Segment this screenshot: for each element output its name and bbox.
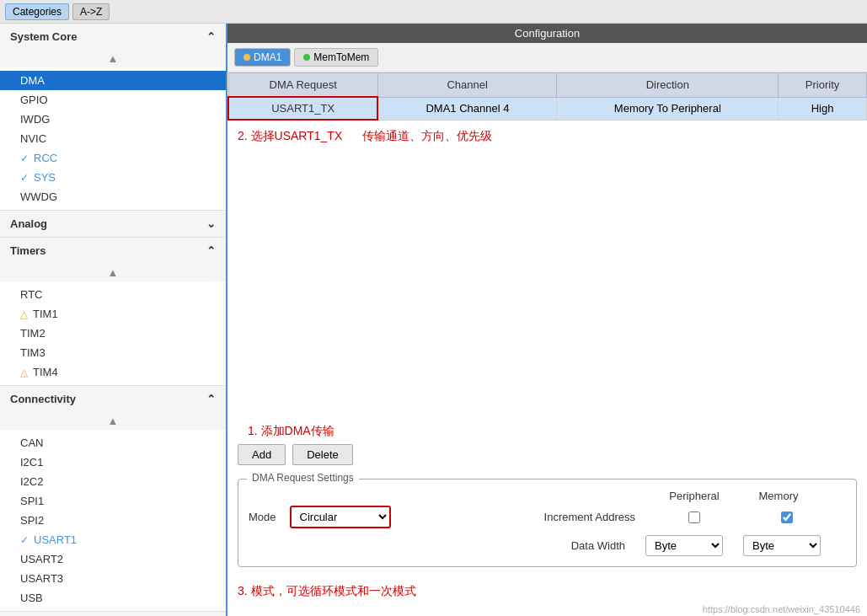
col-header-direction: Direction	[557, 73, 779, 98]
annotation1-text: 2. 选择USART1_TX	[227, 124, 352, 149]
timers-label: Timers	[10, 244, 45, 257]
peripheral-cb-cell	[652, 512, 736, 523]
rtc-label: RTC	[20, 288, 42, 301]
col-header-channel: Channel	[377, 73, 557, 98]
sidebar-item-usb[interactable]: USB	[0, 588, 226, 608]
sidebar-item-tim1[interactable]: △ TIM1	[0, 304, 226, 324]
timers-header[interactable]: Timers ⌃	[0, 238, 226, 264]
az-button[interactable]: A->Z	[72, 3, 110, 20]
timers-items: RTC △ TIM1 TIM2 TIM3 △ TIM4	[0, 281, 226, 385]
table-row[interactable]: USART1_TX DMA1 Channel 4 Memory To Perip…	[228, 97, 867, 120]
rcc-check-icon: ✓	[20, 153, 29, 164]
system-core-chevron-icon: ⌃	[206, 30, 216, 43]
tab-memtomem[interactable]: MemToMem	[294, 48, 378, 67]
usart3-label: USART3	[20, 572, 63, 585]
rcc-label: RCC	[34, 152, 57, 164]
sidebar-item-rcc[interactable]: ✓ RCC	[0, 148, 226, 168]
tim4-label: TIM4	[33, 366, 58, 378]
dma-settings-container: DMA Request Settings Peripheral Memory M…	[227, 479, 867, 581]
tim1-warn-icon: △	[20, 308, 28, 320]
system-core-items: DMA GPIO IWDG NVIC ✓ RCC ✓ SYS	[0, 67, 226, 210]
mode-inc-row: Mode Normal Circular Increment Address	[249, 506, 846, 528]
tim2-label: TIM2	[20, 327, 45, 340]
spi1-label: SPI1	[20, 495, 44, 507]
sidebar-item-usart1[interactable]: ✓ USART1	[0, 530, 226, 549]
cell-channel: DMA1 Channel 4	[377, 97, 557, 120]
sidebar-item-can[interactable]: CAN	[0, 433, 226, 453]
connectivity-scroll-up[interactable]: ▲	[0, 412, 226, 430]
system-core-header[interactable]: System Core ⌃	[0, 24, 226, 50]
memtomem-tab-label: MemToMem	[313, 51, 369, 63]
sidebar-item-nvic[interactable]: NVIC	[0, 129, 226, 148]
sidebar-item-wwdg[interactable]: WWDG	[0, 187, 226, 206]
memory-checkbox[interactable]	[781, 512, 793, 523]
connectivity-label: Connectivity	[10, 393, 76, 405]
sidebar-item-tim2[interactable]: TIM2	[0, 324, 226, 343]
sidebar-item-usart2[interactable]: USART2	[0, 549, 226, 569]
gpio-label: GPIO	[20, 94, 48, 106]
dma-table: DMA Request Channel Direction Priority U…	[227, 72, 867, 121]
delete-button[interactable]: Delete	[292, 444, 353, 465]
spi2-label: SPI2	[20, 514, 44, 527]
timers-scroll-up[interactable]: ▲	[0, 264, 226, 281]
inc-addr-label: Increment Address	[544, 511, 635, 523]
sys-label: SYS	[34, 171, 56, 184]
analog-header[interactable]: Analog ⌄	[0, 211, 226, 237]
sidebar-item-tim3[interactable]: TIM3	[0, 343, 226, 362]
tab-dma1[interactable]: DMA1	[234, 48, 291, 67]
sidebar-item-rtc[interactable]: RTC	[0, 285, 226, 304]
system-core-label: System Core	[10, 30, 77, 43]
sidebar-item-iwdg[interactable]: IWDG	[0, 110, 226, 129]
memory-width-cell: Byte Half Word Word	[743, 535, 821, 556]
sidebar-item-i2c1[interactable]: I2C1	[0, 453, 226, 472]
dma-settings-group: DMA Request Settings Peripheral Memory M…	[238, 479, 857, 567]
dma-label: DMA	[20, 74, 45, 87]
tim4-warn-icon: △	[20, 367, 28, 378]
mode-select[interactable]: Normal Circular	[290, 506, 391, 528]
i2c2-label: I2C2	[20, 475, 43, 488]
peripheral-checkbox[interactable]	[688, 512, 700, 523]
config-content: DMA Request Channel Direction Priority U…	[227, 72, 867, 616]
sidebar-item-usart3[interactable]: USART3	[0, 569, 226, 588]
connectivity-header[interactable]: Connectivity ⌃	[0, 386, 226, 412]
add-button[interactable]: Add	[238, 444, 286, 465]
data-width-label: Data Width	[571, 539, 625, 552]
wwdg-label: WWDG	[20, 190, 57, 203]
sidebar-item-sys[interactable]: ✓ SYS	[0, 168, 226, 187]
system-core-scroll-up[interactable]: ▲	[0, 50, 226, 67]
inc-addr-row: Increment Address	[434, 511, 846, 523]
memory-cb-cell	[753, 512, 821, 523]
sidebar-item-i2c2[interactable]: I2C2	[0, 472, 226, 491]
sidebar-item-dma[interactable]: DMA	[0, 71, 226, 90]
add-section: 1. 添加DMA传输 Add Delete	[227, 412, 867, 479]
usart1-label: USART1	[34, 533, 77, 546]
can-label: CAN	[20, 437, 43, 449]
sidebar-item-spi2[interactable]: SPI2	[0, 511, 226, 530]
sidebar-item-spi1[interactable]: SPI1	[0, 491, 226, 511]
settings-group-label: DMA Request Settings	[247, 472, 359, 484]
peripheral-header: Peripheral	[652, 490, 736, 502]
iwdg-label: IWDG	[20, 113, 50, 126]
tim1-label: TIM1	[33, 308, 58, 320]
peripheral-width-cell: Byte Half Word Word	[642, 535, 726, 556]
peripheral-width-select[interactable]: Byte Half Word Word	[645, 535, 723, 556]
tab-bar: DMA1 MemToMem	[227, 43, 867, 72]
connectivity-chevron-icon: ⌃	[206, 393, 216, 405]
cell-priority: High	[779, 97, 867, 120]
computing-section: Computing ⌄	[0, 612, 226, 616]
config-title: Configuration	[227, 24, 867, 43]
annotation-row1: 2. 选择USART1_TX 传输通道、方向、优先级	[227, 121, 867, 153]
memory-header: Memory	[736, 490, 821, 502]
usb-label: USB	[20, 592, 43, 604]
data-width-row: Data Width Byte Half Word Word Byte	[249, 535, 846, 556]
sidebar-item-tim4[interactable]: △ TIM4	[0, 362, 226, 382]
annotation3-text: 3. 模式，可选循环模式和一次模式	[227, 581, 867, 603]
computing-header[interactable]: Computing ⌄	[0, 612, 226, 616]
cell-request: USART1_TX	[228, 97, 377, 120]
categories-button[interactable]: Categories	[5, 3, 69, 20]
sidebar-item-gpio[interactable]: GPIO	[0, 90, 226, 110]
memory-width-select[interactable]: Byte Half Word Word	[743, 535, 821, 556]
spacer	[227, 153, 867, 412]
watermark: https://blog.csdn.net/weixin_43510446	[227, 603, 867, 616]
analog-chevron-icon: ⌄	[206, 217, 216, 230]
